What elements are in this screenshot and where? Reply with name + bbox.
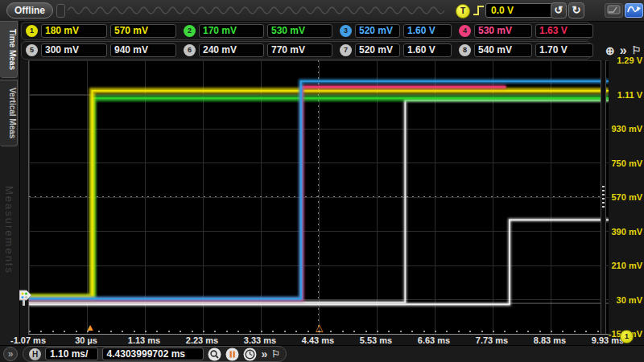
zoom-mode-button[interactable] [208,348,221,361]
y-axis-label: 30 mV [617,295,642,305]
x-axis-label: 8.83 ms [534,335,566,345]
y-axis-label: 750 mV [611,158,642,168]
toolbar-grip[interactable] [56,4,65,18]
left-sidebar: Time Meas Vertical Meas Measurements [0,21,20,362]
measurement-value[interactable]: 520 mV [355,43,400,57]
trigger-level-field[interactable]: 0.0 V [485,3,553,18]
measurement-value[interactable]: 1.70 V [535,43,593,57]
trigger-source-badge[interactable]: T [456,4,470,19]
scope-screen-icon [607,5,621,14]
channel-white-b-trace [29,220,609,304]
measurements-watermark: Measurements [3,186,15,274]
channel-4-trace [29,87,506,299]
measurement-value[interactable]: 530 mV [474,24,532,38]
y-axis-label: 390 mV [611,227,642,237]
channel-7-badge[interactable]: 7 [340,44,352,56]
channel-white-b-trace [29,220,609,304]
rising-edge-icon[interactable] [473,4,485,17]
top-toolbar: Offline T 0.0 V ↺ ↻ [0,0,644,22]
voltage-axis: 1.29 V1.11 V930 mV750 mV570 mV390 mV210 … [610,60,644,334]
channel-2-trace [29,98,609,298]
y-axis-label: 570 mV [611,192,642,202]
channel-1-trace [29,91,609,297]
waveform-traces [29,60,609,334]
horizontal-badge[interactable]: H [29,348,41,360]
waveform-view-button[interactable] [625,3,643,18]
tab-time-meas[interactable]: Time Meas [0,21,18,78]
pause-acquisition-button[interactable] [225,348,239,361]
channel-1-measurements: 1180 mV570 mV [26,24,176,38]
measurement-value[interactable]: 1.63 V [535,24,593,38]
display-mode-button[interactable] [605,3,623,18]
channel-4-measurements: 4530 mV1.63 V [459,24,593,38]
scrollbar-handle[interactable] [602,186,605,208]
channel-3-badge[interactable]: 3 [340,25,352,37]
channel-3-trace [29,81,609,298]
pin-measurements-icon[interactable]: ⚐ [632,44,642,56]
measurement-value[interactable]: 1.60 V [403,43,452,57]
x-axis-label: -1.07 ms [10,335,46,345]
vertical-scrollbar[interactable] [601,60,606,334]
channel-8-measurements: 8540 mV1.70 V [459,43,593,57]
measurement-value[interactable]: 1.60 V [403,24,452,38]
timebase-group: H 1.10 ms/ 4.4303999702 ms [23,346,287,362]
waveform-display[interactable]: ▲ △ [28,60,609,335]
channel-1-badge[interactable]: 1 [26,25,38,37]
channel-6-badge[interactable]: 6 [184,44,196,56]
time-reference-marker-icon[interactable]: △ [316,323,323,332]
channel-4-trace [29,87,506,299]
y-axis-label: 210 mV [611,261,642,270]
x-axis-label: 7.73 ms [476,335,508,345]
delay-field[interactable]: 4.4303999702 ms [102,348,204,360]
channel-5-badge[interactable]: 5 [26,44,38,56]
channel-8-badge[interactable]: 8 [459,44,471,56]
magnifier-icon [208,348,221,361]
channel-4-badge[interactable]: 4 [459,25,471,37]
channel-1-axis-badge[interactable]: 1 [620,330,634,343]
tab-vertical-meas[interactable]: Vertical Meas [0,80,18,146]
channel-3-trace [29,81,609,298]
timebase-field[interactable]: 1.10 ms/ [45,348,98,360]
x-axis-label: 4.43 ms [302,335,334,345]
oscilloscope-app: Offline T 0.0 V ↺ ↻ 1180 mV570 mV2170 mV… [0,0,644,362]
measurement-value[interactable]: 570 mV [110,24,176,38]
measurement-value[interactable]: 520 mV [355,24,400,38]
measurement-row: 1180 mV570 mV2170 mV530 mV3520 mV1.60 V4… [21,22,591,40]
x-axis-label: 6.63 ms [418,335,450,345]
measurement-value[interactable]: 170 mV [199,24,264,38]
measurement-value[interactable]: 940 mV [110,43,176,57]
y-axis-label: 1.29 V [617,56,642,65]
more-horizontal-options-button[interactable]: » [261,348,267,360]
measurement-value[interactable]: 530 mV [267,24,332,38]
channel-2-badge[interactable]: 2 [184,25,196,37]
add-measurement-button[interactable]: ⊕ [605,44,615,57]
measurement-value[interactable]: 180 mV [41,24,107,38]
redo-button[interactable]: ↻ [568,2,584,19]
time-mode-button[interactable] [243,348,257,361]
offline-button[interactable]: Offline [6,2,53,19]
expand-left-button[interactable]: » [3,347,18,361]
trigger-time-marker-icon[interactable]: ▲ [85,323,95,332]
sine-wave-icon [627,5,641,14]
x-axis-label: 5.53 ms [360,335,392,345]
channel-1-trace [29,91,609,297]
channel-6-measurements: 6240 mV770 mV [184,43,332,57]
measurement-value[interactable]: 300 mV [41,43,107,57]
measurement-panel: 1180 mV570 mV2170 mV530 mV3520 mV1.60 V4… [21,22,591,60]
y-axis-label: 1.11 V [617,90,642,100]
measurement-value[interactable]: 540 mV [474,43,532,57]
pause-icon [225,348,239,361]
channel-ground-markers-icon[interactable] [19,289,34,308]
undo-button[interactable]: ↺ [551,2,567,19]
channel-5-measurements: 5300 mV940 mV [26,43,176,57]
x-axis-label: 2.23 ms [186,335,218,345]
clock-icon [243,348,257,361]
measurement-row: 5300 mV940 mV6240 mV770 mV7520 mV1.60 V8… [21,41,591,60]
measurement-value[interactable]: 240 mV [199,43,264,57]
measurement-value[interactable]: 770 mV [267,43,332,57]
wave-separator-decoration [68,5,451,16]
channel-7-measurements: 7520 mV1.60 V [340,43,452,57]
pin-panel-icon[interactable]: ⚐ [271,348,280,360]
channel-2-trace [29,98,609,298]
channel-white-a-trace [29,101,609,302]
